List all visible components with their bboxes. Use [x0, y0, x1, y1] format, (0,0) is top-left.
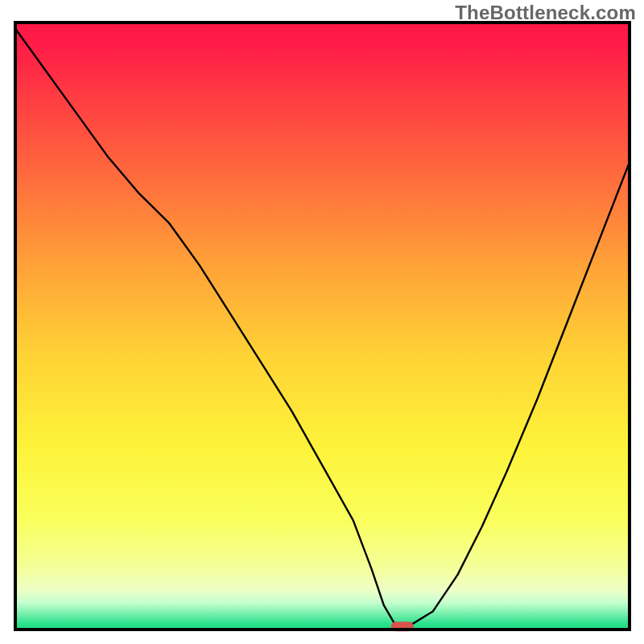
plot-background [15, 23, 630, 630]
chart-frame: TheBottleneck.com [0, 0, 644, 644]
bottleneck-chart [0, 0, 644, 644]
